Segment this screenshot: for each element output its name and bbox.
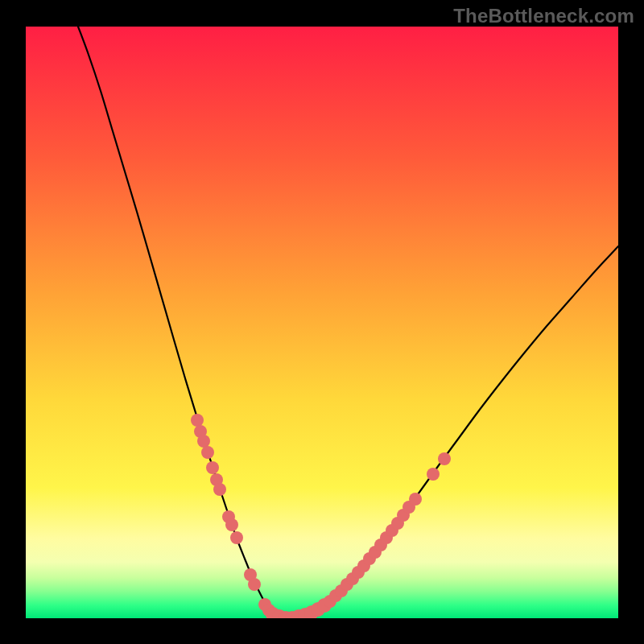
chart-background	[26, 27, 618, 618]
marker-dot	[230, 531, 243, 544]
marker-dot	[409, 493, 422, 506]
marker-dot	[438, 452, 451, 465]
marker-dot	[225, 518, 238, 531]
chart-plot	[26, 27, 618, 618]
chart-stage: TheBottleneck.com	[0, 0, 644, 644]
marker-dot	[248, 578, 261, 591]
chart-svg	[26, 27, 618, 618]
marker-dot	[427, 468, 440, 481]
marker-dot	[191, 414, 204, 427]
marker-dot	[197, 435, 210, 448]
watermark-text: TheBottleneck.com	[453, 5, 634, 27]
marker-dot	[201, 446, 214, 459]
marker-dot	[213, 483, 226, 496]
marker-dot	[206, 461, 219, 474]
